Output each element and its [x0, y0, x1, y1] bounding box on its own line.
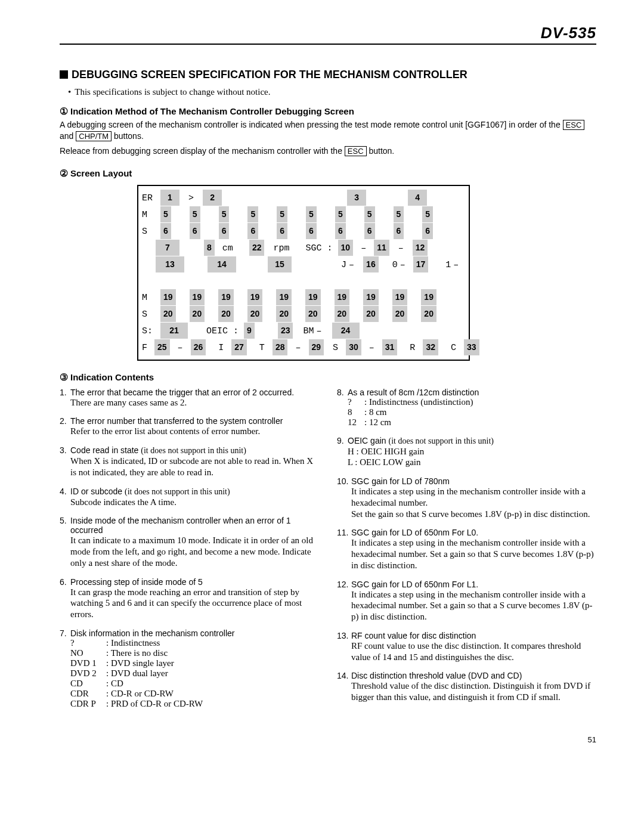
item-1: 1.The error that became the trigger that…: [60, 388, 319, 408]
page-number: 51: [60, 735, 596, 744]
esc-key: ESC: [563, 120, 585, 130]
item-12: 12.SGC gain for LD of 650nm For L1. It i…: [337, 580, 596, 623]
item-5: 5.Inside mode of the mechanism controlle…: [60, 516, 319, 568]
section-2-heading: ②Screen Layout: [60, 168, 596, 179]
contents-columns: 1.The error that became the trigger that…: [60, 388, 596, 717]
right-column: 8.As a result of 8cm /12cm distinction ?…: [337, 388, 596, 717]
chp-tm-key: CHP/TM: [76, 131, 112, 141]
section-1-heading: ①Indication Method of The Mechanism Cont…: [60, 106, 596, 117]
esc-key: ESC: [345, 146, 367, 156]
change-notice: •This specifications is subject to chang…: [68, 87, 596, 97]
item-13: 13.RF count value for disc distinction R…: [337, 631, 596, 663]
item-2: 2.The error number that transferred to t…: [60, 416, 319, 437]
model-number: DV-535: [60, 24, 596, 42]
left-column: 1.The error that became the trigger that…: [60, 388, 319, 717]
item-3: 3.Code read in state (it does not suppor…: [60, 445, 319, 478]
item-8-table: ?: Indistinctness (undistinction)8: 8 cm…: [337, 397, 596, 428]
item-14: 14.Disc distinction threshold value (DVD…: [337, 671, 596, 703]
header-rule: [60, 44, 596, 45]
item-7: 7.Disk information in the mechanism cont…: [60, 628, 319, 709]
section-3-heading: ③Indication Contents: [60, 371, 596, 383]
item-11: 11.SGC gain for LD of 650nm For L0. It i…: [337, 528, 596, 571]
screen-layout-diagram: ER 1 > 2 3 4 M 5 5 5 5 5 5 5 5 5 5 S 6 6…: [137, 185, 470, 361]
item-8: 8.As a result of 8cm /12cm distinction ?…: [337, 388, 596, 428]
item-7-table: ?: IndistinctnessNO: There is no discDVD…: [60, 638, 319, 709]
section-1-para2: Releace from debugging screen display of…: [60, 145, 596, 157]
section-1-para1: A debugging screen of the mechanism cont…: [60, 119, 596, 142]
item-4: 4.ID or subcode (it does not support in …: [60, 487, 319, 508]
item-9: 9.OEIC gain (it does not support in this…: [337, 436, 596, 469]
item-10: 10.SGC gain for LD of 780nm It indicates…: [337, 476, 596, 519]
main-heading: DEBUGGING SCREEN SPECIFICATION FOR THE M…: [60, 69, 596, 81]
square-bullet-icon: [60, 70, 68, 79]
item-6: 6.Processing step of inside mode of 5 It…: [60, 577, 319, 620]
